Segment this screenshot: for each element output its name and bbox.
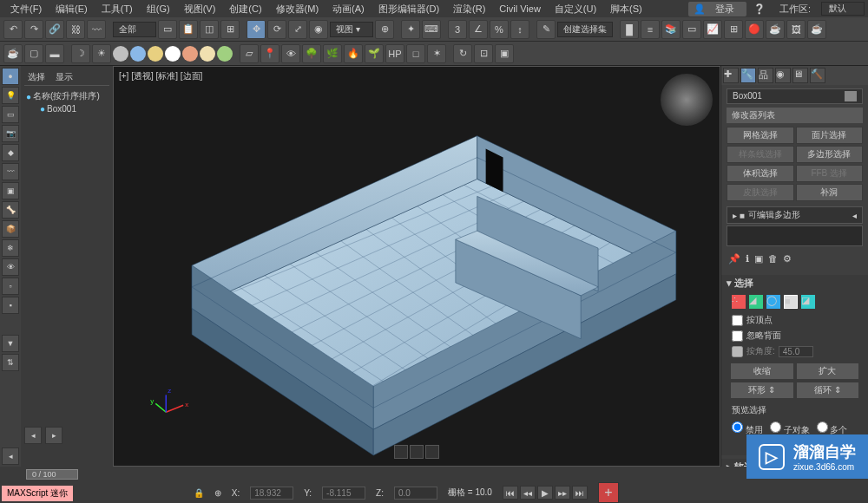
- show-result-icon[interactable]: ℹ: [746, 253, 749, 265]
- pin-stack-icon[interactable]: 📌: [728, 253, 740, 265]
- percent-snap-icon[interactable]: %: [490, 20, 509, 39]
- utilities-tab-icon[interactable]: 🔨: [810, 68, 825, 83]
- sphere-yellow-icon[interactable]: [148, 46, 163, 62]
- explode-icon[interactable]: ✶: [427, 44, 446, 63]
- tree-icon[interactable]: 🌳: [302, 44, 321, 63]
- marker-icon[interactable]: 📍: [260, 44, 279, 63]
- select-by-name-icon[interactable]: 📋: [179, 20, 198, 39]
- manipulate-icon[interactable]: ✦: [401, 20, 420, 39]
- tree-item-box001[interactable]: ●Box001: [24, 103, 109, 114]
- lt-light-icon[interactable]: 💡: [2, 87, 19, 104]
- border-subobj-icon[interactable]: ◯: [766, 295, 780, 309]
- edit-selection-icon[interactable]: ✎: [536, 20, 556, 39]
- modifier-list-dropdown[interactable]: 修改器列表: [727, 108, 863, 123]
- auto-key-button[interactable]: +: [598, 482, 619, 503]
- edge-icon[interactable]: □: [406, 44, 425, 63]
- menu-create[interactable]: 创建(C): [222, 3, 268, 16]
- modifier-stack-area[interactable]: [727, 225, 863, 246]
- sphere-gray-icon[interactable]: [113, 46, 128, 62]
- configure-icon[interactable]: ⚙: [783, 253, 792, 265]
- modifier-stack-item[interactable]: ▸ ■可编辑多边形 ◂: [727, 206, 863, 224]
- tab-select[interactable]: 选择: [28, 71, 45, 83]
- misc3-icon[interactable]: ▣: [495, 44, 514, 63]
- maxscript-listener[interactable]: MAXScript 迷你: [2, 486, 73, 501]
- material-editor-icon[interactable]: 🔴: [745, 20, 764, 39]
- y-coord-field[interactable]: -8.115: [322, 487, 365, 500]
- lt-shape-icon[interactable]: ▭: [2, 106, 19, 123]
- sun-icon[interactable]: ☀: [92, 44, 111, 63]
- lt-group-icon[interactable]: ▣: [2, 182, 19, 199]
- select-place-icon[interactable]: ◉: [309, 20, 328, 39]
- login-button[interactable]: 👤 登录: [688, 2, 746, 16]
- next-frame-icon[interactable]: ▸▸: [555, 486, 570, 500]
- link-icon[interactable]: 🔗: [45, 20, 64, 39]
- ignore-backface-checkbox[interactable]: [732, 330, 743, 342]
- element-subobj-icon[interactable]: ◪: [801, 295, 815, 309]
- tree-sort-header[interactable]: ●名称(按升序排序): [24, 89, 109, 103]
- timeline[interactable]: 0 / 100: [0, 467, 868, 482]
- selection-rollout-header[interactable]: ▾ 选择: [721, 275, 868, 291]
- named-selection-set[interactable]: 创建选择集: [557, 22, 613, 37]
- menu-animation[interactable]: 动画(A): [326, 3, 372, 16]
- crescent-icon[interactable]: ☽: [71, 44, 90, 63]
- lt-container-icon[interactable]: 📦: [2, 220, 19, 238]
- prev-frame-icon[interactable]: ◂◂: [520, 486, 536, 500]
- lt-hidden-icon[interactable]: 👁: [2, 258, 19, 276]
- select-move-icon[interactable]: ✥: [247, 20, 266, 39]
- vertex-subobj-icon[interactable]: ∴: [732, 295, 746, 309]
- render-setup-icon[interactable]: ☕: [766, 20, 785, 39]
- shrink-button[interactable]: 收缩: [730, 363, 794, 380]
- curve-editor-icon[interactable]: 📈: [703, 20, 722, 39]
- fire-icon[interactable]: 🔥: [344, 44, 363, 63]
- transform-type-icon[interactable]: ⊕: [214, 488, 221, 498]
- lt-misc1-icon[interactable]: ▫: [2, 278, 19, 295]
- viewport-label[interactable]: [+] [透视] [标准] [边面]: [119, 70, 202, 82]
- view-icon[interactable]: 👁: [281, 44, 300, 63]
- poly-select-button[interactable]: 多边形选择: [796, 146, 864, 163]
- viewcube-icon[interactable]: [661, 74, 713, 126]
- grass-icon[interactable]: 🌱: [365, 44, 384, 63]
- z-coord-field[interactable]: 0.0: [394, 487, 437, 500]
- window-crossing-icon[interactable]: ⊞: [220, 20, 240, 39]
- loop-button[interactable]: 循环 ⇕: [796, 382, 860, 399]
- help-icon[interactable]: ❔: [753, 3, 766, 15]
- lt-helper-icon[interactable]: ◆: [2, 144, 19, 161]
- unlink-icon[interactable]: ⛓: [66, 20, 85, 39]
- vp-nav-btn[interactable]: [425, 445, 439, 459]
- color-swatch[interactable]: [845, 91, 857, 101]
- lt-camera-icon[interactable]: 📷: [2, 125, 19, 142]
- workspace-selector[interactable]: 工作区: 默认: [773, 2, 865, 16]
- sphere-tan-icon[interactable]: [200, 46, 215, 62]
- menu-script[interactable]: 脚本(S): [603, 3, 649, 16]
- patch-select-button[interactable]: 面片选择: [796, 127, 864, 144]
- hp-icon[interactable]: HP: [385, 44, 404, 63]
- selection-filter[interactable]: 全部: [113, 22, 156, 37]
- menu-file[interactable]: 文件(F): [3, 3, 49, 16]
- hierarchy-tab-icon[interactable]: 品: [758, 68, 773, 83]
- spinner-snap-icon[interactable]: ↕: [510, 20, 529, 39]
- schematic-icon[interactable]: ⊞: [724, 20, 743, 39]
- select-object-icon[interactable]: ▭: [158, 20, 177, 39]
- lt-bone-icon[interactable]: 🦴: [2, 201, 19, 219]
- edge-subobj-icon[interactable]: ◢: [749, 295, 763, 309]
- polygon-subobj-icon[interactable]: ■: [784, 295, 798, 309]
- menu-render[interactable]: 渲染(R): [446, 3, 492, 16]
- ring-button[interactable]: 环形 ⇕: [730, 382, 794, 399]
- sphere-orange-icon[interactable]: [182, 46, 198, 62]
- sphere-white-icon[interactable]: [165, 46, 181, 62]
- menu-view[interactable]: 视图(V): [177, 3, 223, 16]
- tree-nav-prev[interactable]: ◂: [24, 427, 42, 444]
- misc2-icon[interactable]: ⊡: [474, 44, 493, 63]
- play-icon[interactable]: ▶: [537, 486, 553, 500]
- vp-nav-btn[interactable]: [394, 445, 408, 459]
- lt-collapse-icon[interactable]: ◂: [2, 447, 19, 465]
- toggle-ribbon-icon[interactable]: ▭: [682, 20, 701, 39]
- menu-graph-editor[interactable]: 图形编辑器(D): [372, 3, 446, 16]
- redo-icon[interactable]: ↷: [24, 20, 43, 39]
- panel-icon[interactable]: ▬: [45, 44, 64, 63]
- mirror-icon[interactable]: ▐▌: [620, 20, 639, 39]
- snap-toggle-icon[interactable]: 3: [448, 20, 467, 39]
- goto-start-icon[interactable]: ⏮: [503, 486, 518, 500]
- mesh-select-button[interactable]: 网格选择: [727, 127, 794, 144]
- vp-nav-btn[interactable]: [410, 445, 424, 459]
